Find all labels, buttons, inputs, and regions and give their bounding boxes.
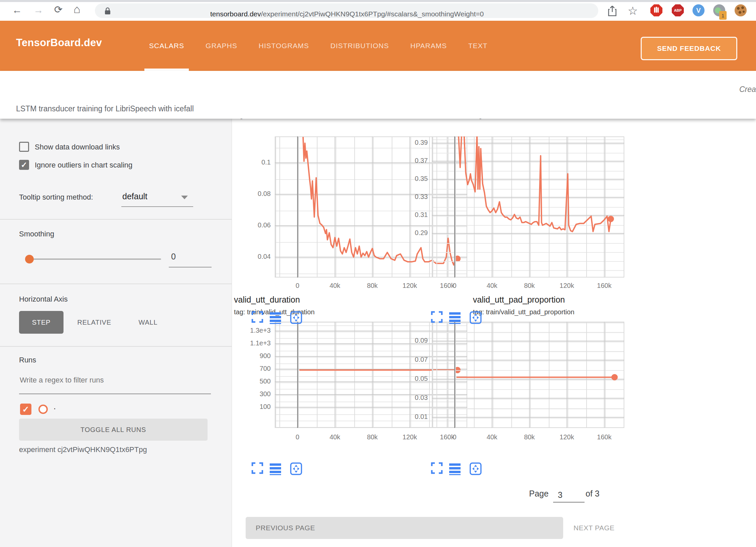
y-tick-label: 300 [236, 390, 271, 398]
y-tick-label: 1.1e+3 [236, 339, 271, 347]
x-tick-label: 0 [284, 282, 311, 290]
app-header: TensorBoard.dev SCALARS GRAPHS HISTOGRAM… [0, 21, 756, 71]
run-color-circle-icon[interactable] [38, 405, 48, 414]
ignore-outliers-label: Ignore outliers in chart scaling [35, 161, 132, 170]
y-tick-label: 0.01 [393, 413, 428, 421]
tab-scalars[interactable]: SCALARS [147, 21, 186, 71]
flatten-lines-icon[interactable] [449, 311, 461, 324]
browser-toolbar: ← → ⟳ ⌂ tensorboard.dev/experiment/cj2vt… [0, 0, 756, 21]
nav-tabs: SCALARS GRAPHS HISTOGRAMS DISTRIBUTIONS … [147, 21, 490, 71]
fullscreen-icon[interactable] [251, 311, 263, 324]
x-tick-label: 40k [479, 282, 505, 290]
run-line-3[interactable] [432, 322, 624, 428]
tab-histograms[interactable]: HISTOGRAMS [257, 21, 311, 71]
y-tick-label: 0.05 [393, 375, 428, 382]
run-checkbox[interactable]: ✓ [20, 404, 31, 415]
experiment-id-label: experiment cj2vtPiwQHKN9Q1tx6PTpg [19, 445, 147, 454]
lock-icon [104, 7, 111, 15]
profile-extension-icon[interactable]: 1 [713, 4, 725, 16]
y-tick-label: 0.29 [393, 229, 428, 237]
runs-label: Runs [19, 356, 36, 364]
page-of-label: of 3 [586, 489, 600, 499]
axis-relative-button[interactable]: RELATIVE [74, 311, 114, 334]
runs-filter-input[interactable] [19, 375, 208, 385]
smoothing-slider-thumb[interactable] [25, 255, 34, 263]
back-icon[interactable]: ← [12, 5, 22, 15]
run-name[interactable]: . [53, 401, 56, 412]
adblock-extension-icon[interactable] [650, 4, 662, 16]
y-tick-label: 0.09 [393, 337, 428, 344]
tab-graphs[interactable]: GRAPHS [204, 21, 239, 71]
url-text[interactable]: tensorboard.dev/experiment/cj2vtPiwQHKN9… [210, 9, 484, 19]
home-icon[interactable]: ⌂ [74, 4, 81, 14]
expand-pan-icon[interactable] [470, 462, 482, 475]
star-icon[interactable]: ☆ [628, 4, 638, 17]
x-tick-label: 40k [322, 433, 348, 441]
x-tick-label: 80k [359, 282, 386, 290]
share-icon[interactable] [608, 5, 617, 17]
tab-hparams[interactable]: HPARAMS [408, 21, 449, 71]
tab-distributions[interactable]: DISTRIBUTIONS [329, 21, 391, 71]
url-path: /experiment/cj2vtPiwQHKN9Q1tx6PTpg/#scal… [261, 10, 484, 18]
reload-icon[interactable]: ⟳ [54, 5, 62, 15]
vimium-extension-icon[interactable]: V [692, 4, 705, 16]
window-edge [0, 0, 756, 2]
show-download-links-label: Show data download links [35, 143, 120, 151]
y-tick-label: 500 [236, 377, 271, 385]
created-text-clipped: Crea [739, 85, 756, 94]
y-tick-label: 0.39 [393, 139, 428, 146]
expand-pan-icon[interactable] [470, 311, 482, 324]
runs-filter-underline [19, 394, 211, 394]
x-tick-label: 120k [396, 433, 423, 441]
fullscreen-icon[interactable] [431, 311, 443, 324]
chevron-down-icon[interactable] [181, 196, 188, 199]
divider [0, 219, 232, 220]
abp-extension-icon[interactable]: ABP [672, 4, 684, 16]
y-tick-label: 0.37 [393, 157, 428, 165]
axis-wall-button[interactable]: WALL [133, 311, 163, 334]
expand-pan-icon[interactable] [290, 311, 302, 324]
x-tick-label: 120k [553, 433, 580, 441]
axis-step-button[interactable]: STEP [19, 311, 64, 334]
x-tick-label: 80k [516, 282, 543, 290]
y-tick-label: 0.04 [236, 253, 271, 260]
y-tick-label: 700 [236, 365, 271, 372]
x-tick-label: 80k [359, 433, 386, 441]
fullscreen-icon[interactable] [431, 462, 443, 475]
experiment-header-band: LSTM transducer training for LibriSpeech… [0, 71, 756, 119]
flatten-lines-icon[interactable] [449, 462, 461, 475]
y-tick-label: 0.06 [236, 221, 271, 229]
page-number-input[interactable] [553, 490, 585, 503]
x-tick-label: 120k [396, 282, 423, 290]
previous-page-button[interactable]: PREVIOUS PAGE [246, 517, 563, 539]
tooltip-sort-label: Tooltip sorting method: [19, 193, 93, 202]
tooltip-sort-select[interactable]: default [122, 192, 147, 201]
chart-tag-valid-utt-pad-proportion: tag: train/valid_utt_pad_proportion [473, 308, 575, 316]
run-line-1[interactable] [432, 136, 624, 278]
settings-sidebar: Show data download links ✓ Ignore outlie… [0, 119, 232, 547]
forward-icon[interactable]: → [33, 5, 43, 15]
flatten-lines-icon[interactable] [269, 462, 281, 475]
y-tick-label: 0.03 [393, 394, 428, 402]
fullscreen-icon[interactable] [251, 462, 263, 475]
smoothing-slider-track[interactable] [25, 258, 161, 260]
show-download-links-checkbox[interactable] [19, 142, 29, 152]
smoothing-value[interactable]: 0 [171, 252, 176, 261]
x-tick-label: 160k [591, 282, 618, 290]
y-tick-label: 0.08 [236, 190, 271, 198]
y-tick-label: 900 [236, 352, 271, 360]
next-page-button[interactable]: NEXT PAGE [568, 517, 668, 539]
toggle-all-runs-button[interactable]: TOGGLE ALL RUNS [19, 419, 208, 441]
flatten-lines-icon[interactable] [269, 311, 281, 324]
send-feedback-button[interactable]: SEND FEEDBACK [641, 37, 737, 60]
tab-text[interactable]: TEXT [466, 21, 490, 71]
url-domain: tensorboard.dev [210, 10, 261, 18]
address-bar[interactable]: tensorboard.dev/experiment/cj2vtPiwQHKN9… [95, 3, 598, 18]
y-tick-label: 1.3e+3 [236, 327, 271, 334]
y-tick-label: 0.07 [393, 356, 428, 363]
x-tick-label: 0 [441, 282, 468, 290]
expand-pan-icon[interactable] [290, 462, 302, 475]
cookie-extension-icon[interactable] [735, 4, 747, 16]
tooltip-sort-underline [121, 206, 193, 207]
ignore-outliers-checkbox[interactable]: ✓ [19, 160, 29, 170]
